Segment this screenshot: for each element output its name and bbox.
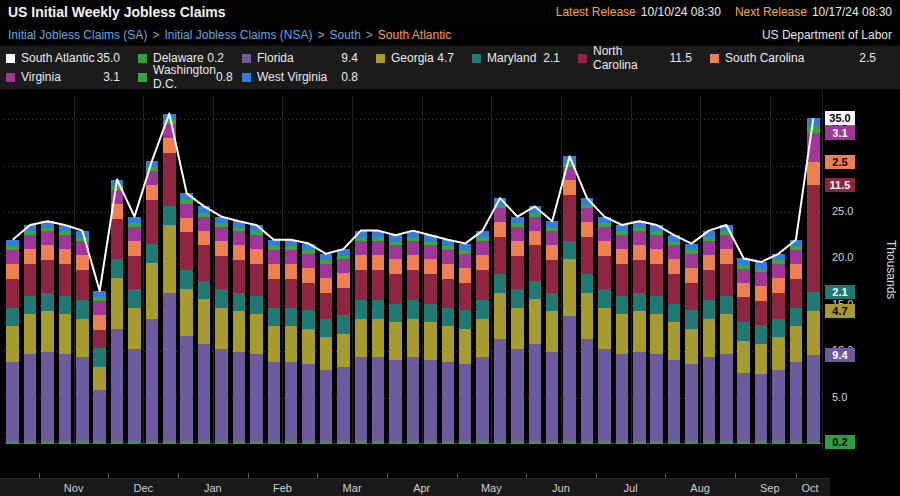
bar-segment: [581, 222, 594, 237]
legend-item[interactable]: West Virginia0.8: [242, 68, 376, 86]
bar-segment: [320, 319, 333, 338]
bar-segment: [755, 286, 768, 301]
bar-segment: [616, 354, 629, 441]
bar-segment: [407, 270, 420, 301]
bar-segment: [41, 228, 54, 232]
bar-segment: [755, 269, 768, 273]
bar-segment: [424, 304, 437, 323]
bar-segment: [198, 231, 211, 246]
legend-item[interactable]: Maryland2.1: [472, 49, 578, 67]
bar-segment: [407, 255, 420, 270]
bar-segment: [720, 354, 733, 441]
bar-segment: [337, 256, 350, 260]
bar-segment: [807, 185, 820, 292]
legend-value: 2.5: [859, 51, 894, 65]
y-axis-title-wrap: Thousands: [882, 90, 900, 450]
bar-segment: [59, 264, 72, 296]
bar-segment: [93, 315, 106, 330]
bar-segment: [476, 255, 489, 270]
bar-segment: [442, 308, 455, 327]
bar-segment: [790, 250, 803, 264]
stacked-bar-chart[interactable]: [4, 96, 822, 444]
x-axis-tick: [665, 473, 666, 478]
bar-segment: [772, 319, 785, 338]
bar-segment: [163, 138, 176, 153]
bar-segment: [285, 308, 298, 327]
legend-item[interactable]: Virginia3.1: [6, 68, 138, 86]
breadcrumb-link[interactable]: South Atlantic: [378, 28, 451, 42]
bar-segment: [790, 308, 803, 327]
bar-segment: [668, 322, 681, 359]
bar-segment: [476, 270, 489, 301]
bar-segment: [633, 231, 646, 245]
bar-segment: [598, 308, 611, 350]
bar-segment: [215, 227, 228, 241]
bar-segment: [668, 259, 681, 274]
bar-segment: [250, 249, 262, 264]
bar-segment: [76, 237, 89, 241]
bar-segment: [302, 329, 315, 364]
bar-segment: [355, 300, 368, 319]
legend-item[interactable]: Florida9.4: [242, 49, 376, 67]
bar-segment: [372, 241, 385, 255]
bar-segment: [180, 200, 193, 204]
breadcrumb-link[interactable]: Initial Jobless Claims (SA): [8, 28, 147, 42]
bar-segment: [598, 349, 611, 441]
breadcrumb-link[interactable]: South: [329, 28, 360, 42]
bar-segment: [337, 259, 350, 273]
bar-segment: [59, 231, 72, 235]
bar-segment: [737, 373, 750, 442]
bar-segment: [41, 293, 54, 312]
bar-segment: [685, 364, 698, 441]
bar-segment: [424, 242, 437, 246]
bar-segment: [355, 357, 368, 441]
bar-segment: [790, 362, 803, 441]
bar-segment: [668, 304, 681, 323]
bar-segment: [163, 206, 176, 225]
bar-segment: [302, 250, 315, 254]
bar-segment: [668, 360, 681, 442]
bar-segment: [494, 293, 507, 339]
bar-segment: [59, 249, 72, 264]
bar-segment: [703, 237, 716, 241]
legend-value: 9.4: [341, 51, 376, 65]
breadcrumb-link[interactable]: Initial Jobless Claims (NSA): [164, 28, 312, 42]
bar-segment: [424, 245, 437, 259]
month-label: Jun: [552, 482, 570, 494]
bar-segment: [459, 283, 472, 311]
bar-segment: [511, 217, 524, 224]
bar-segment: [703, 241, 716, 255]
bar-segment: [476, 237, 489, 241]
bar-segment: [337, 288, 350, 315]
bar-segment: [320, 293, 333, 319]
next-release-value: 10/17/24 08:30: [812, 5, 892, 19]
bar-segment: [546, 260, 559, 292]
legend-item[interactable]: South Carolina2.5: [710, 49, 894, 67]
month-label: Feb: [273, 482, 292, 494]
bar-segment: [476, 241, 489, 255]
bar-segment: [6, 279, 19, 308]
bar-segment: [598, 241, 611, 256]
legend-item[interactable]: South Atlantic35.0: [6, 49, 138, 67]
bar-segment: [163, 293, 176, 441]
bar-segment: [111, 259, 124, 278]
bar-segment: [772, 264, 785, 278]
x-axis-tick: [39, 473, 40, 478]
bar-segment: [302, 283, 315, 311]
bar-segment: [111, 278, 124, 329]
bar-segment: [772, 278, 785, 293]
bar-segment: [529, 217, 542, 231]
legend-item[interactable]: Washington D.C.0.8: [138, 68, 242, 86]
legend-value: 2.1: [543, 51, 578, 65]
bar-segment: [93, 348, 106, 367]
bar-segment: [407, 357, 420, 441]
bar-segment: [180, 232, 193, 270]
bar-segment: [650, 249, 663, 264]
legend-value: 4.7: [437, 51, 472, 65]
legend-item[interactable]: Georgia4.7: [376, 49, 472, 67]
chart-plot[interactable]: [4, 96, 822, 444]
bar-segment: [442, 250, 455, 264]
bar-segment: [389, 360, 402, 442]
bar-segment: [163, 225, 176, 293]
legend-item[interactable]: North Carolina11.5: [578, 49, 710, 67]
